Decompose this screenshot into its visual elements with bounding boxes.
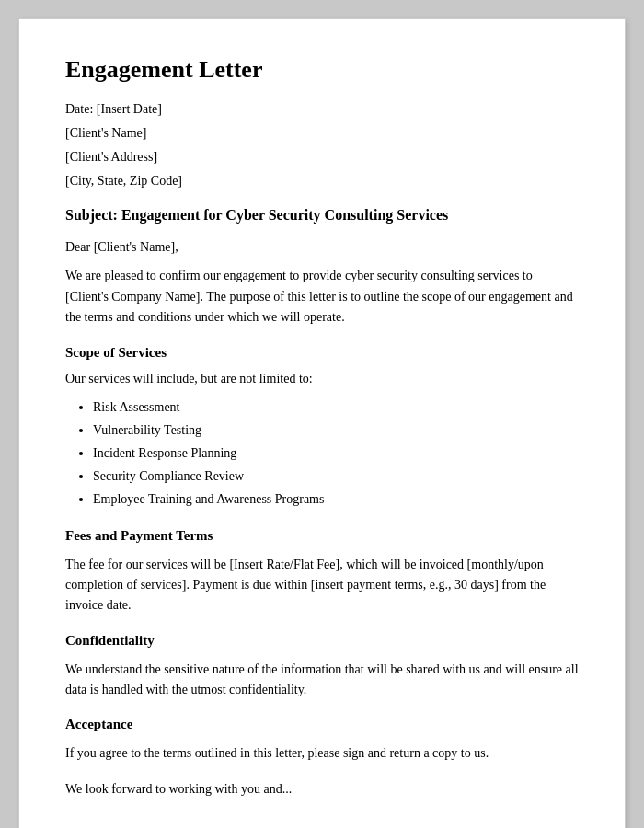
list-item: Security Compliance Review (93, 465, 579, 488)
list-item: Risk Assessment (93, 396, 579, 419)
next-paragraph-partial: We look forward to working with you and.… (65, 779, 579, 799)
fees-heading: Fees and Payment Terms (65, 528, 579, 544)
client-name-line: [Client's Name] (65, 126, 579, 141)
scope-heading: Scope of Services (65, 345, 579, 361)
confidentiality-heading: Confidentiality (65, 633, 579, 649)
services-intro: Our services will include, but are not l… (65, 372, 579, 386)
document-container: Engagement Letter Date: [Insert Date] [C… (18, 18, 626, 828)
fees-paragraph: The fee for our services will be [Insert… (65, 555, 579, 616)
salutation: Dear [Client's Name], (65, 240, 579, 255)
intro-paragraph: We are pleased to confirm our engagement… (65, 266, 579, 328)
confidentiality-paragraph: We understand the sensitive nature of th… (65, 660, 579, 701)
date-line: Date: [Insert Date] (65, 102, 579, 117)
list-item: Incident Response Planning (93, 442, 579, 465)
acceptance-heading: Acceptance (65, 717, 579, 732)
city-state-zip-line: [City, State, Zip Code] (65, 174, 579, 189)
services-list: Risk Assessment Vulnerability Testing In… (93, 396, 579, 512)
acceptance-paragraph: If you agree to the terms outlined in th… (65, 743, 579, 764)
client-address-line: [Client's Address] (65, 150, 579, 165)
list-item: Employee Training and Awareness Programs (93, 488, 579, 511)
document-title: Engagement Letter (65, 56, 579, 84)
list-item: Vulnerability Testing (93, 419, 579, 442)
subject-line: Subject: Engagement for Cyber Security C… (65, 205, 579, 225)
